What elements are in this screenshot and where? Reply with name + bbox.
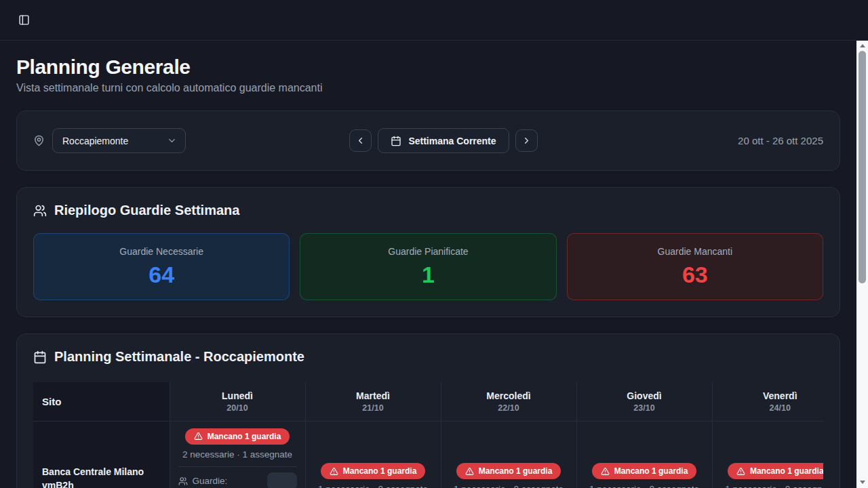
stat-value: 64 bbox=[149, 262, 174, 288]
vertical-scrollbar[interactable] bbox=[856, 41, 868, 488]
map-pin-icon bbox=[33, 135, 45, 146]
location-select-value: Roccapiemonte bbox=[62, 136, 128, 146]
column-header-site: Sito bbox=[33, 382, 170, 421]
cell-tuesday: Mancano 1 guardia 1 necessarie · 0 asseg… bbox=[305, 421, 441, 488]
table-row: Banca Centrale Milano vmB2h_ Mancano 1 g… bbox=[33, 421, 823, 488]
current-week-button-label: Settimana Corrente bbox=[408, 136, 496, 146]
stat-guards-planned: Guardie Pianificate 1 bbox=[300, 233, 556, 300]
chevron-right-icon bbox=[521, 136, 532, 146]
stat-value: 1 bbox=[422, 262, 435, 288]
cell-divider bbox=[178, 466, 297, 467]
stat-label: Guardie Necessarie bbox=[119, 246, 203, 257]
stat-value: 63 bbox=[682, 262, 708, 288]
cell-detail: 2 necessarie · 1 assegnate bbox=[177, 449, 298, 460]
current-week-button[interactable]: Settimana Corrente bbox=[378, 128, 509, 153]
missing-guard-badge: Mancano 1 guardia bbox=[321, 463, 426, 479]
stat-guards-needed: Guardie Necessarie 64 bbox=[33, 233, 290, 300]
scrollbar-up-arrow-icon[interactable] bbox=[856, 41, 868, 51]
stat-guards-missing: Guardie Mancanti 63 bbox=[567, 233, 823, 300]
cell-detail: 1 necessarie · 0 assegnate bbox=[719, 484, 824, 488]
cell-monday: Mancano 1 guardia 2 necessarie · 1 asseg… bbox=[170, 421, 305, 488]
calendar-icon bbox=[391, 136, 401, 146]
planning-title: Planning Settimanale - Roccapiemonte bbox=[54, 349, 304, 365]
chevron-down-icon bbox=[167, 136, 177, 146]
location-select[interactable]: Roccapiemonte bbox=[52, 128, 186, 153]
column-header-wednesday: Mercoledì 22/10 bbox=[441, 382, 576, 421]
summary-title: Riepilogo Guardie Settimana bbox=[54, 203, 239, 218]
missing-guard-badge: Mancano 1 guardia bbox=[185, 428, 290, 445]
previous-week-button[interactable] bbox=[349, 129, 372, 152]
panel-left-icon bbox=[18, 14, 30, 26]
guard-chip[interactable] bbox=[267, 472, 297, 488]
cell-wednesday: Mancano 1 guardia 1 necessarie · 0 asseg… bbox=[441, 421, 576, 488]
site-name: Banca Centrale Milano vmB2h_ bbox=[33, 421, 170, 488]
guards-label: Guardie: bbox=[193, 476, 228, 486]
triangle-alert-icon bbox=[330, 467, 338, 476]
users-icon bbox=[33, 204, 47, 218]
calendar-icon bbox=[33, 350, 47, 364]
planning-table-wrap: Sito Lunedì 20/10 Martedì 21/10 Mercoled… bbox=[33, 382, 823, 488]
missing-guard-badge: Mancano 1 guardia bbox=[592, 463, 697, 479]
cell-detail: 1 necessarie · 0 assegnate bbox=[313, 484, 434, 488]
main-area: Planning Generale Vista settimanale turn… bbox=[0, 41, 868, 488]
column-header-friday: Venerdì 24/10 bbox=[712, 382, 823, 421]
users-icon bbox=[178, 476, 188, 486]
page-title: Planning Generale bbox=[16, 56, 840, 79]
triangle-alert-icon bbox=[194, 432, 203, 441]
stat-label: Guardie Pianificate bbox=[388, 246, 468, 257]
triangle-alert-icon bbox=[601, 467, 610, 476]
filter-toolbar: Roccapiemonte Settimana Corrente bbox=[16, 110, 840, 171]
chevron-left-icon bbox=[355, 136, 366, 146]
topbar bbox=[0, 0, 868, 41]
week-date-range: 20 ott - 26 ott 2025 bbox=[538, 135, 823, 146]
page-subtitle: Vista settimanale turni con calcolo auto… bbox=[16, 82, 840, 94]
cell-thursday: Mancano 1 guardia 1 necessarie · 0 asseg… bbox=[576, 421, 712, 488]
column-header-thursday: Giovedì 23/10 bbox=[576, 382, 712, 421]
table-header-row: Sito Lunedì 20/10 Martedì 21/10 Mercoled… bbox=[33, 382, 823, 421]
planning-card: Planning Settimanale - Roccapiemonte Sit… bbox=[16, 333, 840, 488]
scrollbar-down-arrow-icon[interactable] bbox=[856, 477, 868, 487]
cell-detail: 1 necessarie · 0 assegnate bbox=[448, 484, 570, 488]
cell-friday: Mancano 1 guardia 1 necessarie · 0 asseg… bbox=[712, 421, 823, 488]
scrollbar-thumb[interactable] bbox=[859, 51, 866, 283]
summary-card: Riepilogo Guardie Settimana Guardie Nece… bbox=[16, 187, 840, 317]
missing-guard-badge: Mancano 1 guardia bbox=[456, 463, 561, 479]
triangle-alert-icon bbox=[736, 467, 745, 476]
page-content: Planning Generale Vista settimanale turn… bbox=[0, 41, 856, 488]
stat-label: Guardie Mancanti bbox=[658, 246, 733, 257]
planning-table: Sito Lunedì 20/10 Martedì 21/10 Mercoled… bbox=[33, 382, 823, 488]
column-header-tuesday: Martedì 21/10 bbox=[305, 382, 441, 421]
next-week-button[interactable] bbox=[515, 129, 538, 152]
triangle-alert-icon bbox=[465, 467, 474, 476]
cell-detail: 1 necessarie · 0 assegnate bbox=[584, 484, 705, 488]
sidebar-toggle-button[interactable] bbox=[14, 10, 34, 30]
missing-guard-badge: Mancano 1 guardia bbox=[728, 463, 823, 479]
column-header-monday: Lunedì 20/10 bbox=[170, 382, 305, 421]
